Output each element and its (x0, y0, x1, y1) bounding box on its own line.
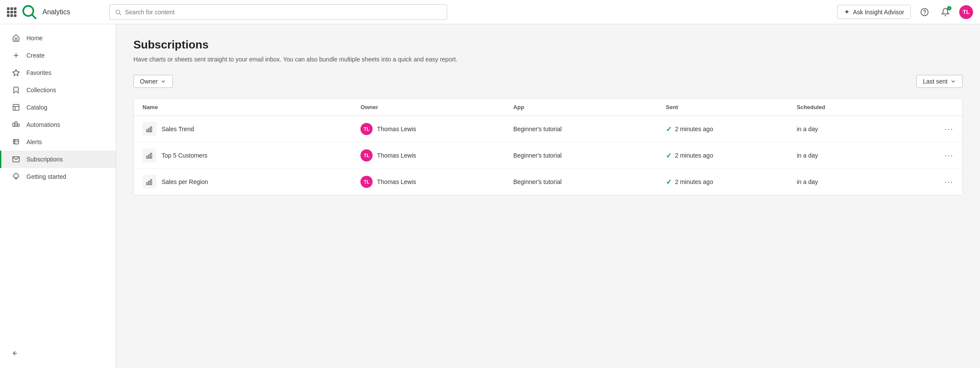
check-icon-1: ✓ (666, 152, 672, 160)
table-row: Sales Trend TL Thomas Lewis Beginner's t… (134, 116, 962, 142)
notifications-button[interactable]: 1 (938, 5, 952, 19)
svg-marker-8 (13, 70, 19, 76)
row-1-owner-cell: TL Thomas Lewis (360, 149, 513, 161)
svg-rect-24 (146, 156, 148, 158)
header-right: ✦ Ask Insight Advisor 1 TL (837, 5, 973, 19)
row-0-owner: Thomas Lewis (377, 126, 416, 132)
page-title: Subscriptions (133, 38, 963, 52)
row-2-owner: Thomas Lewis (377, 178, 416, 185)
owner-filter-button[interactable]: Owner (133, 75, 173, 88)
layout: Home Create Favorites (0, 24, 980, 368)
svg-rect-25 (149, 155, 150, 158)
help-button[interactable] (918, 5, 931, 19)
sidebar-item-create-label: Create (26, 52, 45, 59)
row-2-sent-cell: ✓ 2 minutes ago (666, 178, 797, 186)
svg-rect-9 (13, 104, 19, 110)
svg-line-3 (120, 13, 121, 15)
check-icon-2: ✓ (666, 178, 672, 186)
qlik-logo[interactable] (22, 4, 37, 20)
header: Analytics ✦ Ask Insight Advisor 1 (0, 0, 980, 24)
sidebar-item-catalog[interactable]: Catalog (0, 99, 116, 116)
header-left: Analytics (7, 4, 102, 20)
owner-avatar-1: TL (360, 149, 373, 161)
rocket-icon (12, 172, 20, 181)
row-2-more-button[interactable]: ··· (928, 178, 954, 187)
col-name: Name (143, 104, 360, 110)
row-1-owner: Thomas Lewis (377, 152, 416, 159)
sidebar-item-subscriptions[interactable]: Subscriptions (0, 151, 116, 168)
svg-point-5 (925, 13, 925, 14)
sidebar-item-home[interactable]: Home (0, 29, 116, 47)
col-app: App (513, 104, 666, 110)
svg-rect-12 (13, 123, 15, 126)
sidebar-item-getting-started[interactable]: Getting started (0, 168, 116, 185)
sparkle-icon: ✦ (844, 8, 850, 16)
svg-rect-13 (15, 122, 17, 126)
row-0-scheduled: in a day (797, 126, 928, 132)
apps-grid-icon[interactable] (7, 7, 16, 17)
search-input[interactable] (125, 9, 442, 16)
row-1-more-button[interactable]: ··· (928, 151, 954, 160)
sidebar-item-favorites[interactable]: Favorites (0, 64, 116, 81)
app-name: Analytics (42, 8, 70, 16)
row-1-sent-cell: ✓ 2 minutes ago (666, 152, 797, 160)
book-icon (12, 103, 20, 112)
svg-rect-21 (146, 129, 148, 132)
sidebar-item-automations-label: Automations (26, 121, 60, 128)
subscriptions-table: Name Owner App Sent Scheduled (133, 98, 963, 195)
sidebar-item-catalog-label: Catalog (26, 104, 47, 111)
sidebar-item-home-label: Home (26, 35, 42, 42)
sidebar-item-favorites-label: Favorites (26, 69, 52, 76)
sidebar-item-alerts[interactable]: Alerts (0, 133, 116, 151)
col-scheduled: Scheduled (797, 104, 928, 110)
row-2-owner-cell: TL Thomas Lewis (360, 176, 513, 188)
row-0-more-button[interactable]: ··· (928, 125, 954, 134)
chevron-down-icon (160, 78, 166, 84)
owner-filter-label: Owner (140, 78, 158, 85)
check-icon-0: ✓ (666, 125, 672, 133)
user-avatar[interactable]: TL (959, 5, 973, 19)
sidebar-item-collections[interactable]: Collections (0, 81, 116, 99)
row-2-scheduled: in a day (797, 178, 928, 185)
sidebar-item-alerts-label: Alerts (26, 139, 42, 145)
row-0-owner-cell: TL Thomas Lewis (360, 123, 513, 135)
row-1-name: Top 5 Customers (162, 152, 208, 159)
row-name-cell: Top 5 Customers (143, 148, 360, 162)
mail-icon (12, 155, 20, 164)
page-subtitle: Have charts or sheets sent straight to y… (133, 56, 963, 63)
svg-rect-29 (151, 180, 152, 185)
sidebar-item-automations[interactable]: Automations (0, 116, 116, 133)
svg-rect-15 (13, 139, 19, 144)
svg-line-1 (32, 14, 36, 18)
insight-advisor-label: Ask Insight Advisor (853, 9, 904, 16)
row-0-sent: 2 minutes ago (675, 126, 713, 132)
svg-rect-27 (146, 182, 148, 184)
table-row: Top 5 Customers TL Thomas Lewis Beginner… (134, 142, 962, 169)
row-0-name: Sales Trend (162, 126, 194, 132)
sidebar-item-subscriptions-label: Subscriptions (26, 156, 63, 163)
insight-advisor-button[interactable]: ✦ Ask Insight Advisor (837, 5, 911, 19)
alerts-bell-icon (12, 138, 20, 146)
search-bar[interactable] (109, 4, 447, 20)
svg-rect-23 (151, 127, 152, 132)
collapse-icon (10, 349, 18, 358)
row-1-app: Beginner's tutorial (513, 152, 666, 159)
svg-rect-26 (151, 153, 152, 158)
svg-point-2 (116, 10, 120, 13)
row-2-name: Sales per Region (162, 178, 208, 185)
row-0-sent-cell: ✓ 2 minutes ago (666, 125, 797, 133)
svg-rect-14 (17, 124, 19, 126)
sidebar-item-create[interactable]: Create (0, 47, 116, 64)
bookmark-icon (12, 86, 20, 94)
toolbar: Owner Last sent (133, 75, 963, 88)
chart-icon (143, 122, 156, 136)
row-1-sent: 2 minutes ago (675, 152, 713, 159)
table-row: Sales per Region TL Thomas Lewis Beginne… (134, 169, 962, 195)
owner-avatar-0: TL (360, 123, 373, 135)
row-1-scheduled: in a day (797, 152, 928, 159)
automations-icon (12, 120, 20, 129)
sort-button[interactable]: Last sent (916, 75, 963, 88)
row-name-cell: Sales per Region (143, 175, 360, 189)
home-icon (12, 34, 20, 42)
collapse-sidebar-button[interactable] (0, 345, 116, 363)
